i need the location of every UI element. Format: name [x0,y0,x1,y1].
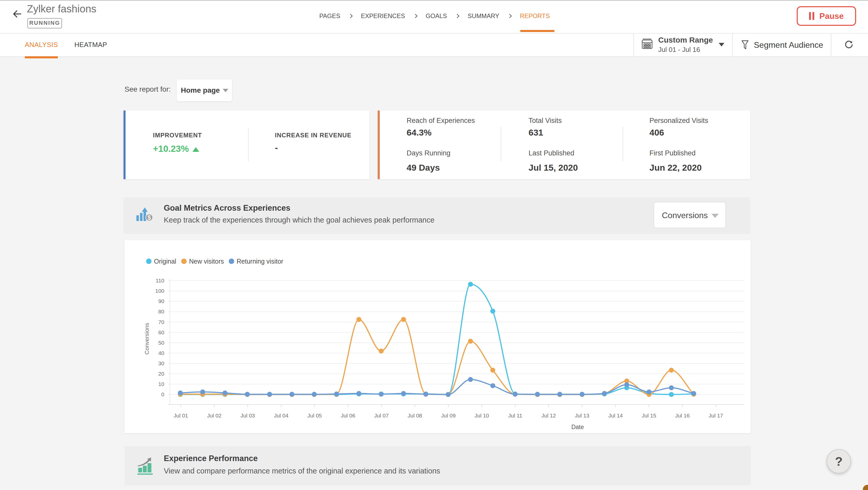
svg-text:30: 30 [158,360,164,366]
svg-text:Jul 01: Jul 01 [174,413,188,419]
svg-text:100: 100 [155,288,164,294]
svg-text:70: 70 [158,319,164,325]
svg-text:Jul 06: Jul 06 [341,413,355,419]
svg-text:Jul 10: Jul 10 [474,413,489,419]
svg-text:Returning visitor: Returning visitor [237,258,283,265]
svg-text:Jul 16: Jul 16 [675,413,690,419]
svg-text:Jul 03: Jul 03 [241,413,255,419]
svg-text:Jul 08: Jul 08 [408,413,422,419]
svg-text:80: 80 [158,308,164,315]
svg-text:10: 10 [158,381,164,387]
svg-text:40: 40 [158,350,164,356]
svg-text:Conversions: Conversions [144,323,150,355]
svg-text:90: 90 [158,298,164,304]
svg-text:60: 60 [158,329,164,335]
svg-text:Original: Original [154,258,176,265]
svg-text:20: 20 [158,371,164,377]
svg-text:Jul 09: Jul 09 [441,413,456,419]
svg-text:Jul 14: Jul 14 [609,413,623,419]
svg-text:Jul 05: Jul 05 [307,413,322,419]
svg-text:Jul 17: Jul 17 [709,413,723,419]
svg-text:50: 50 [158,340,164,346]
svg-text:Jul 15: Jul 15 [642,413,656,419]
svg-text:0: 0 [161,391,164,397]
svg-text:$: $ [148,214,151,221]
svg-text:Date: Date [571,424,584,430]
svg-text:Jul 13: Jul 13 [575,413,589,419]
svg-text:110: 110 [156,277,164,284]
svg-text:Jul 11: Jul 11 [508,413,522,419]
svg-text:Jul 12: Jul 12 [541,413,556,419]
svg-text:Jul 07: Jul 07 [374,413,389,419]
svg-text:Jul 02: Jul 02 [207,413,221,419]
svg-text:New visitors: New visitors [189,258,224,265]
svg-text:Jul 04: Jul 04 [274,413,288,419]
